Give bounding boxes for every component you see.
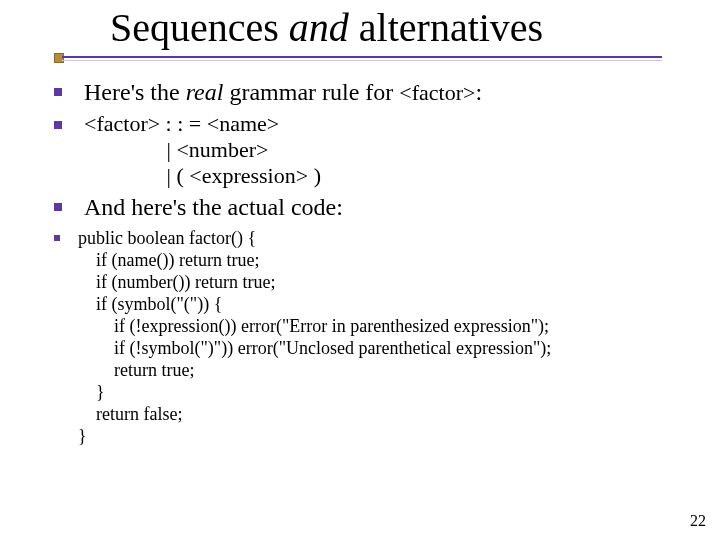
title-underline <box>62 56 662 58</box>
bullet-4: public boolean factor() { if (name()) re… <box>54 227 690 447</box>
b1-pre: Here's the <box>84 79 186 105</box>
bullet-icon <box>54 121 62 129</box>
b1-real: real <box>186 79 224 105</box>
page-number: 22 <box>690 512 706 530</box>
bullet-icon <box>54 88 62 96</box>
title-pre: Sequences <box>110 5 289 50</box>
bullet-3: And here's the actual code: <box>54 193 690 221</box>
slide-body: Here's the real grammar rule for <factor… <box>54 78 690 451</box>
bullet-3-text: And here's the actual code: <box>84 193 343 221</box>
b1-post: : <box>475 79 482 105</box>
code-block: public boolean factor() { if (name()) re… <box>78 227 551 447</box>
b1-mid: grammar rule for <box>223 79 399 105</box>
bullet-icon <box>54 235 60 241</box>
grammar-rule: <factor> : : = <name> | <number> | ( <ex… <box>84 111 321 189</box>
bullet-icon <box>54 203 62 211</box>
title-post: alternatives <box>349 5 543 50</box>
bullet-1: Here's the real grammar rule for <factor… <box>54 78 690 107</box>
bullet-2: <factor> : : = <name> | <number> | ( <ex… <box>54 111 690 189</box>
bullet-1-text: Here's the real grammar rule for <factor… <box>84 78 482 107</box>
slide: Sequences and alternatives Here's the re… <box>0 0 720 540</box>
b1-grammar: <factor> <box>399 80 475 105</box>
title-accent-square <box>54 53 64 63</box>
title-and: and <box>289 5 349 50</box>
slide-title: Sequences and alternatives <box>110 4 543 51</box>
